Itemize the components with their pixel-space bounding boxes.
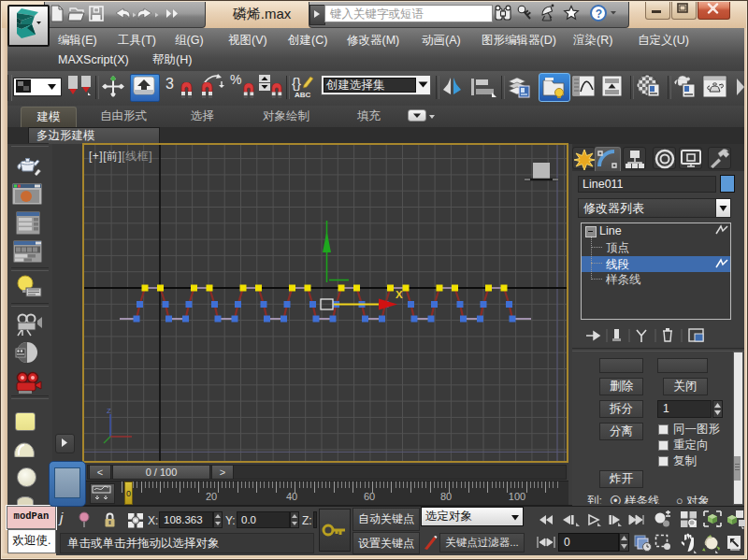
svg-text:[+][前][线框]: [+][前][线框] xyxy=(89,150,152,163)
svg-text:ABC: ABC xyxy=(295,91,311,99)
svg-text:X: X xyxy=(396,289,403,300)
svg-text:Z: Z xyxy=(107,407,111,415)
svg-text:{}: {} xyxy=(292,75,301,91)
svg-text:?: ? xyxy=(596,7,602,21)
